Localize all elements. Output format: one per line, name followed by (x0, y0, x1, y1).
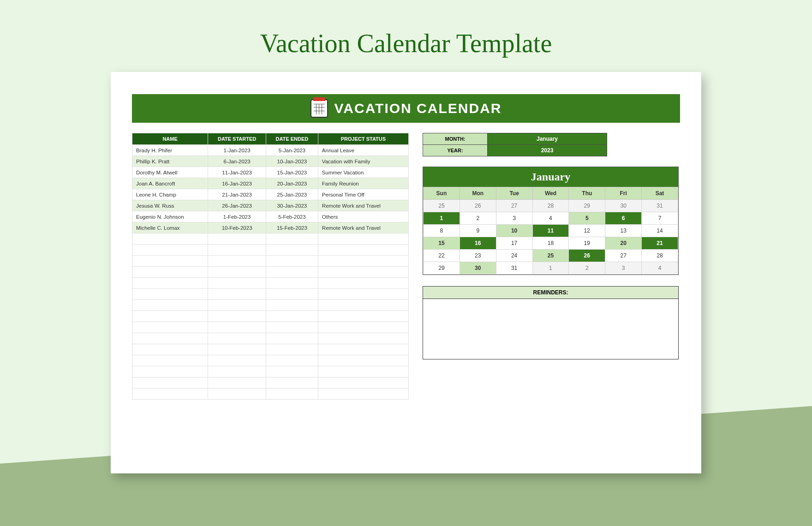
table-row (132, 233, 409, 245)
calendar-day[interactable]: 12 (569, 225, 605, 237)
calendar-day[interactable]: 15 (424, 237, 460, 250)
calendar-day[interactable]: 6 (605, 212, 642, 225)
mini-calendar-title: January (423, 167, 678, 187)
table-row: Joan A. Bancroft16-Jan-202320-Jan-2023Fa… (132, 178, 409, 189)
calendar-day[interactable]: 31 (496, 262, 532, 275)
table-row (132, 256, 409, 267)
calendar-icon (310, 99, 328, 118)
calendar-day[interactable]: 21 (642, 237, 678, 250)
weekday-header: Wed (532, 187, 569, 200)
meta-table: MONTH: January YEAR: 2023 (423, 133, 607, 156)
calendar-day[interactable]: 5 (569, 212, 605, 225)
calendar-day[interactable]: 31 (642, 200, 678, 212)
template-sheet: VACATION CALENDAR NAMEDATE STARTEDDATE E… (111, 72, 701, 473)
table-row (132, 300, 409, 311)
calendar-day[interactable]: 26 (569, 250, 605, 262)
table-row (132, 366, 409, 377)
table-row: Dorothy M. Atwell11-Jan-202315-Jan-2023S… (132, 167, 409, 178)
calendar-day[interactable]: 22 (424, 250, 460, 262)
calendar-day[interactable]: 27 (496, 200, 532, 212)
calendar-day[interactable]: 20 (605, 237, 642, 250)
calendar-day[interactable]: 7 (642, 212, 678, 225)
table-row: Michelle C. Lomax10-Feb-202315-Feb-2023R… (132, 222, 409, 233)
calendar-day[interactable]: 26 (460, 200, 496, 212)
table-row (132, 322, 409, 333)
weekday-header: Fri (605, 187, 642, 200)
table-header: NAME (132, 133, 208, 145)
calendar-day[interactable]: 17 (496, 237, 532, 250)
year-label: YEAR: (423, 145, 488, 156)
table-header: DATE STARTED (208, 133, 266, 145)
calendar-day[interactable]: 14 (642, 225, 678, 237)
table-row (132, 355, 409, 366)
table-row: Jesusa W. Russ26-Jan-202330-Jan-2023Remo… (132, 200, 409, 211)
banner: VACATION CALENDAR (132, 94, 680, 123)
table-row (132, 377, 409, 389)
calendar-day[interactable]: 18 (532, 237, 569, 250)
calendar-day[interactable]: 3 (496, 212, 532, 225)
calendar-day[interactable]: 16 (460, 237, 496, 250)
mini-calendar: January SunMonTueWedThuFriSat 2526272829… (423, 167, 679, 275)
month-label: MONTH: (423, 133, 488, 145)
calendar-day[interactable]: 10 (496, 225, 532, 237)
month-value[interactable]: January (488, 133, 607, 145)
calendar-day[interactable]: 3 (605, 262, 642, 275)
table-row (132, 245, 409, 256)
table-row (132, 344, 409, 355)
calendar-day[interactable]: 25 (424, 200, 460, 212)
table-row (132, 289, 409, 300)
table-header: PROJECT STATUS (318, 133, 408, 145)
calendar-day[interactable]: 13 (605, 225, 642, 237)
calendar-day[interactable]: 29 (569, 200, 605, 212)
weekday-header: Thu (569, 187, 605, 200)
table-row: Brady H. Phifer1-Jan-20235-Jan-2023Annua… (132, 145, 409, 156)
calendar-day[interactable]: 25 (532, 250, 569, 262)
calendar-day[interactable]: 4 (642, 262, 678, 275)
table-header: DATE ENDED (266, 133, 318, 145)
vacation-table: NAMEDATE STARTEDDATE ENDEDPROJECT STATUS… (132, 133, 409, 400)
calendar-day[interactable]: 24 (496, 250, 532, 262)
calendar-day[interactable]: 19 (569, 237, 605, 250)
calendar-day[interactable]: 8 (424, 225, 460, 237)
calendar-day[interactable]: 30 (460, 262, 496, 275)
reminders-box: REMINDERS: (423, 286, 679, 359)
weekday-header: Tue (496, 187, 532, 200)
table-row (132, 389, 409, 400)
calendar-day[interactable]: 27 (605, 250, 642, 262)
calendar-day[interactable]: 9 (460, 225, 496, 237)
page-title: Vacation Calendar Template (0, 0, 812, 72)
calendar-day[interactable]: 23 (460, 250, 496, 262)
weekday-header: Sun (424, 187, 460, 200)
reminders-body[interactable] (423, 299, 678, 359)
calendar-day[interactable]: 28 (642, 250, 678, 262)
table-row (132, 333, 409, 344)
weekday-header: Sat (642, 187, 678, 200)
calendar-day[interactable]: 28 (532, 200, 569, 212)
table-row (132, 267, 409, 278)
calendar-day[interactable]: 1 (532, 262, 569, 275)
reminders-label: REMINDERS: (423, 287, 678, 299)
table-row: Leone H. Champ21-Jan-202325-Jan-2023Pers… (132, 189, 409, 200)
table-row: Eugenio N. Johnson1-Feb-20235-Feb-2023Ot… (132, 211, 409, 222)
calendar-day[interactable]: 30 (605, 200, 642, 212)
calendar-day[interactable]: 2 (569, 262, 605, 275)
year-value[interactable]: 2023 (488, 145, 607, 156)
calendar-day[interactable]: 2 (460, 212, 496, 225)
table-row (132, 278, 409, 289)
table-row: Phillip K. Pratt6-Jan-202310-Jan-2023Vac… (132, 156, 409, 167)
calendar-day[interactable]: 1 (424, 212, 460, 225)
calendar-day[interactable]: 29 (424, 262, 460, 275)
table-row (132, 311, 409, 322)
weekday-header: Mon (460, 187, 496, 200)
calendar-day[interactable]: 4 (532, 212, 569, 225)
banner-title: VACATION CALENDAR (334, 101, 502, 116)
calendar-day[interactable]: 11 (532, 225, 569, 237)
